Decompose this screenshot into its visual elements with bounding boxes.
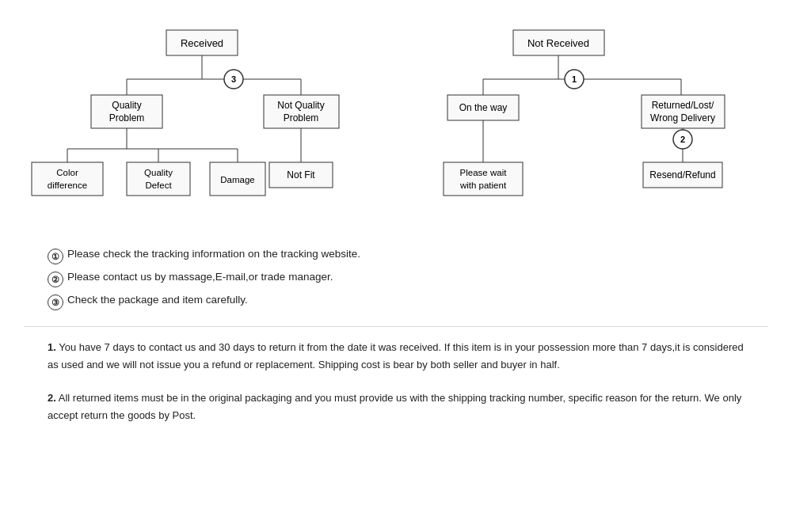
note-item-3: ③ Check the package and item carefully. [48, 294, 744, 310]
svg-text:Problem: Problem [284, 112, 319, 124]
note-text-2: Please contact us by massage,E-mail,or t… [67, 271, 333, 283]
divider-1 [24, 326, 768, 327]
flowchart-diagram: Received 3 Quality Problem Not Quality P… [24, 16, 776, 238]
note-circle-1: ① [48, 249, 63, 264]
note-item-1: ① Please check the tracking information … [48, 248, 744, 264]
svg-text:Not  Received: Not Received [527, 37, 589, 49]
svg-text:2: 2 [680, 135, 685, 144]
svg-text:Received: Received [181, 37, 223, 49]
svg-text:Defect: Defect [145, 180, 172, 190]
svg-text:Not Quality: Not Quality [277, 100, 324, 111]
svg-text:Wrong Delivery: Wrong Delivery [650, 112, 715, 124]
note-circle-2: ② [48, 272, 63, 287]
rule-item-2: 2. All returned items must be in the ori… [48, 390, 744, 424]
note-text-1: Please check the tracking information on… [67, 248, 360, 260]
svg-text:Problem: Problem [109, 112, 145, 124]
svg-text:Please wait: Please wait [460, 168, 508, 177]
svg-text:1: 1 [572, 74, 577, 84]
svg-text:Returned/Lost/: Returned/Lost/ [652, 100, 714, 111]
note-text-3: Check the package and item carefully. [67, 294, 248, 306]
svg-text:Damage: Damage [220, 175, 254, 184]
notes-section: ① Please check the tracking information … [48, 248, 744, 310]
svg-text:Quality: Quality [112, 100, 141, 111]
note-item-2: ② Please contact us by massage,E-mail,or… [48, 271, 744, 287]
svg-text:Color: Color [56, 168, 78, 177]
rule-number-1: 1. [48, 341, 56, 353]
svg-text:Resend/Refund: Resend/Refund [649, 169, 715, 180]
svg-text:3: 3 [231, 74, 236, 84]
svg-text:difference: difference [48, 180, 87, 190]
note-circle-3: ③ [48, 294, 63, 310]
svg-text:Not Fit: Not Fit [287, 169, 315, 180]
rule-number-2: 2. [48, 392, 56, 404]
svg-text:Quality: Quality [144, 168, 173, 177]
svg-text:On the way: On the way [459, 102, 508, 113]
rule-text-2: All returned items must be in the origin… [48, 392, 741, 421]
rule-text-1: You have 7 days to contact us and 30 day… [48, 341, 744, 370]
rules-section: 1. You have 7 days to contact us and 30 … [48, 339, 744, 424]
rule-item-1: 1. You have 7 days to contact us and 30 … [48, 339, 744, 374]
svg-text:with patient: with patient [459, 180, 507, 190]
